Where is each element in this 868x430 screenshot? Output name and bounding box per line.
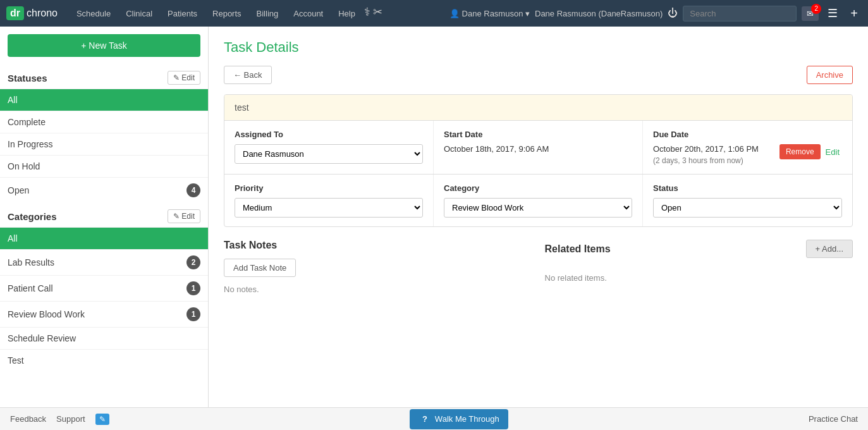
add-related-button[interactable]: + Add... <box>806 240 853 258</box>
due-date-actions: Remove Edit <box>779 144 842 159</box>
status-open[interactable]: Open 4 <box>0 177 208 203</box>
category-lab-results-badge: 2 <box>186 255 200 269</box>
feedback-link[interactable]: Feedback <box>10 414 46 424</box>
task-name-bar: test <box>224 95 852 121</box>
due-date-value: October 20th, 2017, 1:06 PM <box>653 144 759 154</box>
due-date-field: Due Date October 20th, 2017, 1:06 PM (2 … <box>643 121 852 174</box>
categories-header: Categories ✎ Edit <box>0 203 208 227</box>
footer-edit-icon[interactable]: ✎ <box>95 414 109 425</box>
edit-due-date-button[interactable]: Edit <box>823 145 842 159</box>
assigned-to-field: Assigned To Dane Rasmuson <box>224 121 434 174</box>
main-layout: + New Task Statuses ✎ Edit All Complete … <box>0 27 868 430</box>
scissors-icon: ✂ <box>373 5 382 22</box>
nav-schedule[interactable]: Schedule <box>70 5 117 22</box>
category-patient-call-badge: 1 <box>186 281 200 295</box>
status-select[interactable]: Open In Progress On Hold Complete <box>653 198 842 218</box>
status-on-hold-label: On Hold <box>8 161 40 171</box>
nav-icons: 👤 Dane Rasmuson ▾ Dane Rasmuson (DaneRas… <box>449 4 862 23</box>
mail-badge: 2 <box>811 4 821 14</box>
category-field: Category Review Blood Work Lab Results P… <box>434 175 643 226</box>
statuses-header: Statuses ✎ Edit <box>0 64 208 89</box>
walk-me-through-button[interactable]: ? Walk Me Through <box>410 409 508 429</box>
category-patient-call[interactable]: Patient Call 1 <box>0 275 208 301</box>
related-items-section: Related Items + Add... No related items. <box>545 240 853 294</box>
logo-box: dr <box>6 6 24 20</box>
status-in-progress-label: In Progress <box>8 139 53 149</box>
walk-me-through-label: Walk Me Through <box>435 414 499 424</box>
practice-chat-link[interactable]: Practice Chat <box>809 414 858 424</box>
new-task-button[interactable]: + New Task <box>8 34 200 57</box>
bottom-section: Task Notes Add Task Note No notes. Relat… <box>224 227 853 307</box>
nav-patients[interactable]: Patients <box>161 5 204 22</box>
nav-user-full: Dane Rasmuson (DaneRasmuson) <box>535 9 663 18</box>
category-all[interactable]: All <box>0 227 208 249</box>
logo-area[interactable]: dr chrono <box>6 6 58 20</box>
status-complete[interactable]: Complete <box>0 111 208 133</box>
category-select[interactable]: Review Blood Work Lab Results Patient Ca… <box>444 198 632 218</box>
category-lab-results-label: Lab Results <box>8 257 54 267</box>
hamburger-menu-button[interactable]: ☰ <box>824 4 841 23</box>
top-actions: ← Back Archive <box>224 66 853 84</box>
category-test[interactable]: Test <box>0 349 208 371</box>
task-fields-row2: Priority Low Medium High Category Review… <box>224 175 852 226</box>
power-icon[interactable]: ⏻ <box>668 8 678 19</box>
nav-reports[interactable]: Reports <box>206 5 248 22</box>
categories-edit-button[interactable]: ✎ Edit <box>168 209 200 223</box>
no-notes-text: No notes. <box>224 285 532 294</box>
status-in-progress[interactable]: In Progress <box>0 133 208 155</box>
status-complete-label: Complete <box>8 117 46 127</box>
start-date-value: October 18th, 2017, 9:06 AM <box>444 144 632 154</box>
status-on-hold[interactable]: On Hold <box>0 155 208 177</box>
logo-text: chrono <box>27 8 58 19</box>
nav-clinical[interactable]: Clinical <box>119 5 159 22</box>
category-schedule-review-label: Schedule Review <box>8 333 76 343</box>
status-field: Status Open In Progress On Hold Complete <box>643 175 852 226</box>
search-input[interactable] <box>683 6 797 22</box>
nav-help[interactable]: Help <box>332 5 362 22</box>
no-related-text: No related items. <box>545 273 853 283</box>
assigned-to-label: Assigned To <box>235 130 423 139</box>
archive-button[interactable]: Archive <box>807 66 853 84</box>
plus-button[interactable]: + <box>847 4 862 23</box>
category-all-label: All <box>8 233 18 243</box>
status-all-label: All <box>8 95 18 105</box>
category-review-blood-work-badge: 1 <box>186 307 200 321</box>
status-open-label: Open <box>8 185 29 195</box>
support-link[interactable]: Support <box>56 414 85 424</box>
task-notes-title: Task Notes <box>224 240 532 251</box>
categories-title: Categories <box>8 211 57 222</box>
main-content: Task Details ← Back Archive test Assigne… <box>209 27 868 430</box>
add-task-note-button[interactable]: Add Task Note <box>224 259 296 277</box>
task-name: test <box>235 102 249 113</box>
category-label: Category <box>444 183 632 193</box>
category-patient-call-label: Patient Call <box>8 283 53 293</box>
due-date-values: October 20th, 2017, 1:06 PM (2 days, 3 h… <box>653 144 759 165</box>
nav-account[interactable]: Account <box>287 5 329 22</box>
related-items-header: Related Items + Add... <box>545 240 853 266</box>
due-date-label: Due Date <box>653 130 842 139</box>
mail-button[interactable]: ✉ 2 <box>802 6 819 21</box>
start-date-field: Start Date October 18th, 2017, 9:06 AM <box>434 121 643 174</box>
assigned-to-select[interactable]: Dane Rasmuson <box>235 144 423 164</box>
priority-select[interactable]: Low Medium High <box>235 198 423 218</box>
status-open-badge: 4 <box>186 183 200 197</box>
category-lab-results[interactable]: Lab Results 2 <box>0 249 208 275</box>
category-schedule-review[interactable]: Schedule Review <box>0 327 208 349</box>
category-review-blood-work[interactable]: Review Blood Work 1 <box>0 301 208 327</box>
remove-due-date-button[interactable]: Remove <box>779 144 821 159</box>
priority-field: Priority Low Medium High <box>224 175 434 226</box>
priority-label: Priority <box>235 183 423 193</box>
caduceus-icon: ⚕ <box>364 5 370 22</box>
back-button[interactable]: ← Back <box>224 66 272 84</box>
nav-user-short[interactable]: 👤 Dane Rasmuson ▾ <box>449 9 530 18</box>
status-label: Status <box>653 183 842 193</box>
nav-billing[interactable]: Billing <box>250 5 285 22</box>
status-all[interactable]: All <box>0 89 208 111</box>
task-notes-section: Task Notes Add Task Note No notes. <box>224 240 532 294</box>
due-date-subvalue: (2 days, 3 hours from now) <box>653 156 759 165</box>
statuses-edit-button[interactable]: ✎ Edit <box>168 71 200 85</box>
footer: Feedback Support ✎ ? Walk Me Through Pra… <box>0 407 868 430</box>
top-nav: dr chrono Schedule Clinical Patients Rep… <box>0 0 868 27</box>
nav-links: Schedule Clinical Patients Reports Billi… <box>70 5 449 22</box>
category-review-blood-work-label: Review Blood Work <box>8 309 85 319</box>
